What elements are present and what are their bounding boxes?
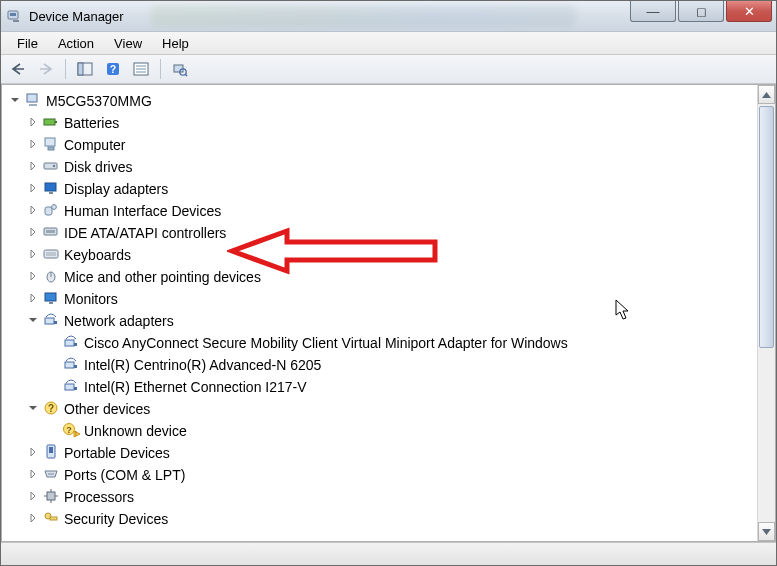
scroll-thumb[interactable] — [759, 106, 774, 348]
svg-rect-23 — [49, 192, 53, 194]
tree-item-net-centrino[interactable]: Intel(R) Centrino(R) Advanced-N 6205 — [4, 353, 755, 375]
nav-forward-button[interactable] — [33, 57, 59, 81]
svg-rect-2 — [13, 20, 19, 22]
security-device-icon — [42, 510, 60, 526]
svg-rect-24 — [45, 207, 52, 215]
tree-label: Security Devices — [64, 511, 168, 526]
computer-icon — [42, 136, 60, 152]
svg-rect-1 — [10, 13, 16, 16]
tree-label: Cisco AnyConnect Secure Mobility Client … — [84, 335, 568, 350]
tree-item-unknown-device[interactable]: ?! Unknown device — [4, 419, 755, 441]
expander-closed-icon[interactable] — [26, 445, 40, 459]
tree-item-net-cisco[interactable]: Cisco AnyConnect Secure Mobility Client … — [4, 331, 755, 353]
expander-closed-icon[interactable] — [26, 115, 40, 129]
tree-label: IDE ATA/ATAPI controllers — [64, 225, 226, 240]
expander-closed-icon[interactable] — [26, 137, 40, 151]
expander-closed-icon[interactable] — [26, 489, 40, 503]
tree-item-display-adapters[interactable]: Display adapters — [4, 177, 755, 199]
show-hide-tree-button[interactable] — [72, 57, 98, 81]
menu-help[interactable]: Help — [152, 34, 199, 53]
tree-label: Human Interface Devices — [64, 203, 221, 218]
svg-rect-15 — [29, 104, 37, 106]
arrow-left-icon — [10, 63, 26, 75]
maximize-button[interactable]: ◻ — [678, 1, 724, 22]
svg-rect-41 — [65, 384, 74, 390]
expander-closed-icon[interactable] — [26, 269, 40, 283]
svg-rect-28 — [44, 250, 58, 258]
tree-item-ports[interactable]: Ports (COM & LPT) — [4, 463, 755, 485]
tree-item-hid[interactable]: Human Interface Devices — [4, 199, 755, 221]
menu-file[interactable]: File — [7, 34, 48, 53]
svg-rect-50 — [49, 447, 53, 453]
expander-open-icon[interactable] — [8, 93, 22, 107]
expander-closed-icon[interactable] — [26, 291, 40, 305]
disk-drive-icon — [42, 158, 60, 174]
svg-rect-17 — [55, 121, 57, 123]
network-adapter-icon — [42, 312, 60, 328]
menubar: File Action View Help — [1, 32, 776, 55]
window-controls: — ◻ ✕ — [630, 1, 772, 22]
menu-action[interactable]: Action — [48, 34, 104, 53]
device-tree[interactable]: M5CG5370MMG Batteries Computer Disk — [2, 85, 757, 541]
expander-open-icon[interactable] — [26, 401, 40, 415]
expander-closed-icon[interactable] — [26, 159, 40, 173]
svg-rect-38 — [74, 343, 77, 346]
tree-label: Display adapters — [64, 181, 168, 196]
scroll-up-button[interactable] — [758, 85, 775, 104]
network-adapter-icon — [62, 356, 80, 372]
expander-closed-icon[interactable] — [26, 181, 40, 195]
tree-item-processors[interactable]: Processors — [4, 485, 755, 507]
svg-rect-18 — [45, 138, 55, 146]
expander-closed-icon[interactable] — [26, 203, 40, 217]
tree-item-keyboards[interactable]: Keyboards — [4, 243, 755, 265]
display-adapter-icon — [42, 180, 60, 196]
port-icon — [42, 466, 60, 482]
maximize-icon: ◻ — [696, 5, 707, 18]
tree-label: Ports (COM & LPT) — [64, 467, 185, 482]
tree-root[interactable]: M5CG5370MMG — [4, 89, 755, 111]
tree-item-batteries[interactable]: Batteries — [4, 111, 755, 133]
menu-view[interactable]: View — [104, 34, 152, 53]
tree-label: Keyboards — [64, 247, 131, 262]
network-adapter-icon — [62, 378, 80, 394]
vertical-scrollbar[interactable] — [757, 85, 775, 541]
help-icon: ? — [105, 61, 121, 77]
tree-item-ide[interactable]: IDE ATA/ATAPI controllers — [4, 221, 755, 243]
svg-rect-54 — [47, 492, 55, 500]
expander-closed-icon[interactable] — [26, 225, 40, 239]
scroll-down-button[interactable] — [758, 522, 775, 541]
ide-controller-icon — [42, 224, 60, 240]
tree-item-portable-devices[interactable]: Portable Devices — [4, 441, 755, 463]
scan-hardware-button[interactable] — [167, 57, 193, 81]
titlebar-blur — [151, 5, 576, 27]
expander-open-icon[interactable] — [26, 313, 40, 327]
svg-rect-19 — [48, 147, 54, 150]
scroll-track[interactable] — [758, 104, 775, 522]
tree-item-monitors[interactable]: Monitors — [4, 287, 755, 309]
tree-item-network-adapters[interactable]: Network adapters — [4, 309, 755, 331]
tree-label: Disk drives — [64, 159, 132, 174]
svg-point-25 — [52, 205, 57, 210]
help-button[interactable]: ? — [100, 57, 126, 81]
tree-label: Monitors — [64, 291, 118, 306]
tree-item-other-devices[interactable]: ? Other devices — [4, 397, 755, 419]
tree-item-computer[interactable]: Computer — [4, 133, 755, 155]
tree-label: Other devices — [64, 401, 150, 416]
tree-item-net-ethernet[interactable]: Intel(R) Ethernet Connection I217-V — [4, 375, 755, 397]
svg-rect-22 — [45, 183, 56, 191]
expander-closed-icon[interactable] — [26, 467, 40, 481]
minimize-button[interactable]: — — [630, 1, 676, 22]
tree-item-mice[interactable]: Mice and other pointing devices — [4, 265, 755, 287]
tree-item-security-devices[interactable]: Security Devices — [4, 507, 755, 529]
svg-rect-37 — [65, 340, 74, 346]
nav-back-button[interactable] — [5, 57, 31, 81]
properties-button[interactable] — [128, 57, 154, 81]
processor-icon — [42, 488, 60, 504]
close-button[interactable]: ✕ — [726, 1, 772, 22]
expander-closed-icon[interactable] — [26, 511, 40, 525]
expander-closed-icon[interactable] — [26, 247, 40, 261]
tree-item-disk-drives[interactable]: Disk drives — [4, 155, 755, 177]
svg-rect-16 — [44, 119, 55, 125]
panel-icon — [77, 62, 93, 76]
titlebar: Device Manager — ◻ ✕ — [1, 1, 776, 32]
